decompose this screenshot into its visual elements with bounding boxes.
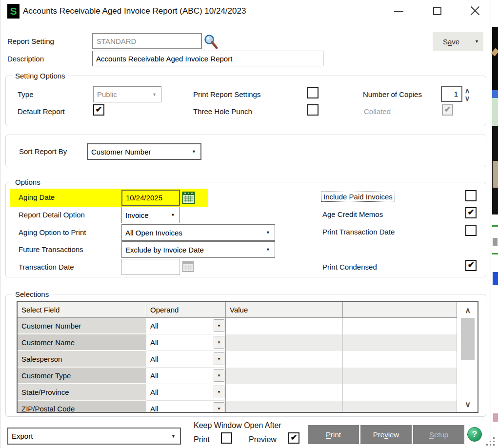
- three-hole-punch-label: Three Hole Punch: [193, 107, 252, 116]
- future-transactions-dropdown[interactable]: Exclude by Invoice Date: [121, 241, 275, 258]
- include-paid-invoices-checkbox[interactable]: [465, 190, 477, 201]
- operand-dropdown-button[interactable]: [214, 402, 224, 413]
- grid-field-cell: Salesperson: [18, 351, 146, 368]
- grid-header-value: Value: [226, 302, 343, 318]
- report-setting-label: Report Setting: [7, 37, 54, 45]
- aging-option-to-print-label: Aging Option to Print: [19, 228, 86, 236]
- grid-field-cell: Customer Name: [18, 334, 146, 351]
- grid-value-cell[interactable]: [226, 318, 343, 334]
- maximize-button[interactable]: [430, 4, 445, 19]
- grid-value-cell[interactable]: [226, 401, 343, 413]
- grid-operand-cell[interactable]: All: [146, 401, 226, 413]
- grid-value-cell[interactable]: [226, 384, 343, 401]
- save-button[interactable]: Save: [433, 32, 470, 51]
- print-condensed-label: Print Condensed: [322, 263, 377, 271]
- operand-dropdown-button[interactable]: [214, 369, 224, 382]
- export-dropdown[interactable]: Export: [7, 428, 181, 445]
- lookup-magnifier-icon[interactable]: [203, 34, 218, 52]
- default-report-checkbox[interactable]: [93, 104, 104, 116]
- description-input[interactable]: Accounts Receivable Aged Invoice Report: [92, 51, 323, 66]
- scroll-up-icon[interactable]: ∧: [460, 303, 476, 317]
- type-label: Type: [18, 90, 34, 98]
- grid-scrollbar[interactable]: ∧ ∨: [457, 302, 478, 412]
- grid-row-customer-number: Customer Number All: [18, 318, 478, 334]
- grid-row-customer-name: Customer Name All: [18, 334, 478, 351]
- sort-group: [5, 135, 486, 167]
- window-title: Accounts Receivable Aged Invoice Report …: [23, 6, 246, 16]
- grid-field-cell: ZIP/Postal Code: [18, 401, 146, 413]
- sort-report-by-dropdown[interactable]: Customer Number: [87, 143, 201, 160]
- operand-dropdown-button[interactable]: [214, 352, 224, 365]
- scroll-down-icon[interactable]: ∨: [460, 397, 476, 411]
- grid-value-cell[interactable]: [226, 334, 343, 351]
- grid-operand-cell[interactable]: All: [146, 368, 226, 384]
- options-legend: Options: [12, 178, 43, 186]
- grid-operand-cell[interactable]: All: [146, 384, 226, 401]
- include-paid-invoices-label: Include Paid Invoices: [321, 192, 395, 202]
- setting-options-legend: Setting Options: [12, 72, 68, 80]
- grid-header-select-field: Select Field: [18, 302, 146, 318]
- report-detail-option-dropdown[interactable]: Invoice: [121, 207, 180, 223]
- grid-operand-cell[interactable]: All: [146, 351, 226, 368]
- copies-spin-down-icon[interactable]: ∨: [463, 94, 472, 102]
- description-label: Description: [7, 55, 44, 63]
- operand-dropdown-button[interactable]: [214, 336, 224, 349]
- grid-operand-cell[interactable]: All: [146, 334, 226, 351]
- grid-field-cell: State/Province: [18, 384, 146, 401]
- aged-invoice-report-dialog: S Accounts Receivable Aged Invoice Repor…: [0, 0, 498, 448]
- age-credit-memos-label: Age Credit Memos: [322, 210, 383, 218]
- help-icon[interactable]: ?: [467, 427, 482, 442]
- print-condensed-checkbox[interactable]: [465, 260, 477, 271]
- aging-option-to-print-dropdown[interactable]: All Open Invoices: [121, 224, 275, 241]
- maximize-icon: [433, 7, 441, 15]
- preview-button[interactable]: Preview: [360, 425, 412, 444]
- keep-open-preview-checkbox[interactable]: [288, 432, 299, 444]
- type-dropdown[interactable]: Public: [93, 86, 161, 102]
- keep-open-print-label: Print: [194, 435, 210, 444]
- grid-row-customer-type: Customer Type All: [18, 368, 478, 384]
- number-of-copies-input[interactable]: 1: [441, 86, 462, 102]
- keep-open-print-checkbox[interactable]: [221, 432, 232, 444]
- keep-window-open-label: Keep Window Open After: [194, 421, 281, 430]
- grid-row-state-province: State/Province All: [18, 384, 478, 401]
- report-detail-option-label: Report Detail Option: [19, 211, 85, 219]
- transaction-date-label: Transaction Date: [19, 263, 74, 271]
- report-setting-input[interactable]: STANDARD: [92, 33, 202, 49]
- scrollbar-thumb[interactable]: [461, 318, 475, 360]
- collated-checkbox: [442, 104, 453, 116]
- grid-header-operand: Operand: [146, 302, 226, 318]
- close-button[interactable]: [468, 4, 482, 19]
- selections-legend: Selections: [12, 290, 52, 298]
- grid-value-cell[interactable]: [226, 368, 343, 384]
- print-report-settings-checkbox[interactable]: [307, 87, 319, 98]
- default-report-label: Default Report: [18, 107, 65, 116]
- transaction-date-input: [121, 259, 180, 275]
- print-transaction-date-label: Print Transaction Date: [322, 228, 395, 236]
- minimize-icon: [394, 11, 403, 12]
- number-of-copies-label: Number of Copies: [363, 90, 422, 98]
- grid-field-cell: Customer Type: [18, 368, 146, 384]
- print-button[interactable]: Print: [308, 425, 359, 444]
- age-credit-memos-checkbox[interactable]: [465, 207, 477, 218]
- operand-dropdown-button[interactable]: [214, 319, 224, 332]
- sage-app-icon: S: [7, 4, 20, 19]
- three-hole-punch-checkbox[interactable]: [307, 104, 319, 116]
- grid-value-cell[interactable]: [226, 351, 343, 368]
- minimize-button[interactable]: [392, 4, 406, 19]
- operand-dropdown-button[interactable]: [214, 386, 224, 398]
- keep-open-preview-label: Preview: [249, 435, 277, 444]
- grid-operand-cell[interactable]: All: [146, 318, 226, 334]
- save-dropdown-arrow[interactable]: [470, 32, 483, 51]
- aging-date-input[interactable]: 10/24/2025: [121, 190, 180, 206]
- setup-button: Setup: [413, 425, 464, 444]
- grid-row-salesperson: Salesperson All: [18, 351, 478, 368]
- grid-header-row: Select Field Operand Value: [18, 302, 478, 318]
- selections-grid: Select Field Operand Value Customer Numb…: [17, 301, 478, 413]
- collated-label: Collated: [364, 107, 391, 116]
- dialog-window: S Accounts Receivable Aged Invoice Repor…: [0, 0, 491, 448]
- copies-spin-up-icon[interactable]: ∧: [463, 86, 472, 94]
- grid-field-cell: Customer Number: [18, 318, 146, 334]
- print-transaction-date-checkbox[interactable]: [465, 225, 477, 236]
- aging-date-calendar-icon[interactable]: [182, 191, 195, 206]
- future-transactions-label: Future Transactions: [19, 245, 83, 253]
